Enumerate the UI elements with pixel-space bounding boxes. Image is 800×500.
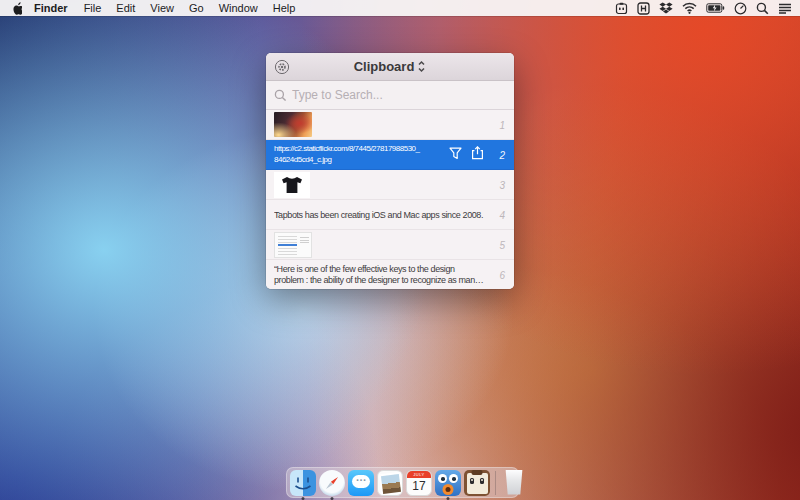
clipboard-item-4[interactable]: Tapbots has been creating iOS and Mac ap… [266, 200, 514, 230]
item-number: 4 [499, 209, 505, 220]
clipboard-item-3[interactable]: 3 [266, 170, 514, 200]
dock-item-messages[interactable] [348, 470, 374, 496]
dock-item-trash[interactable] [501, 470, 527, 496]
menu-item-view[interactable]: View [150, 2, 174, 14]
notification-center-icon[interactable] [778, 3, 792, 14]
menu-item-help[interactable]: Help [273, 2, 296, 14]
messages-icon [348, 470, 374, 496]
dock-item-photos[interactable] [377, 470, 403, 496]
menu-status-icons [615, 2, 792, 15]
menu-item-file[interactable]: File [84, 2, 102, 14]
trash-icon [504, 470, 525, 495]
menu-bar: Finder File Edit View Go Window Help [0, 0, 800, 16]
finder-icon [290, 470, 316, 496]
spotlight-icon[interactable] [756, 2, 769, 15]
calendar-day: 17 [407, 478, 431, 495]
wifi-icon[interactable] [682, 2, 697, 14]
apple-menu-icon[interactable] [11, 2, 22, 15]
search-icon [274, 89, 287, 102]
pastebot-icon [464, 470, 490, 496]
search-input[interactable] [292, 88, 506, 102]
item-number: 5 [499, 239, 505, 250]
tshirt-photo-thumbnail [274, 172, 310, 198]
item-number: 1 [499, 119, 505, 130]
item-number: 3 [499, 179, 505, 190]
item-number: 2 [499, 149, 505, 160]
tweetbot-icon [435, 470, 461, 496]
clipboard-text: “Here is one of the few effective keys t… [274, 264, 514, 286]
photos-icon [377, 470, 403, 496]
filter-icon[interactable] [449, 146, 462, 164]
clipboard-item-1[interactable]: 1 [266, 110, 514, 140]
dock-separator [495, 471, 496, 495]
menu-item-edit[interactable]: Edit [116, 2, 135, 14]
car-photo-thumbnail [274, 112, 312, 137]
screenshot-thumbnail [274, 232, 312, 258]
dropbox-icon[interactable] [659, 2, 673, 15]
clipboard-window: Clipboard 1 https://c2.staticflickr.com/… [266, 53, 514, 289]
dock: JULY 17 [286, 467, 519, 498]
menu-item-window[interactable]: Window [219, 2, 258, 14]
dock-item-calendar[interactable]: JULY 17 [406, 470, 432, 496]
h-app-icon[interactable] [637, 2, 650, 15]
menu-item-finder[interactable]: Finder [34, 2, 68, 14]
dock-item-safari[interactable] [319, 470, 345, 496]
clipboard-selector[interactable]: Clipboard [354, 59, 427, 74]
window-title: Clipboard [354, 59, 415, 74]
battery-charging-icon[interactable] [706, 3, 725, 13]
clock-icon[interactable] [734, 2, 747, 15]
settings-gear-button[interactable] [274, 59, 290, 75]
calendar-icon: JULY 17 [406, 470, 432, 496]
safari-icon [319, 470, 345, 496]
item-number: 6 [499, 269, 505, 280]
share-icon[interactable] [471, 146, 484, 164]
desktop-wallpaper: Finder File Edit View Go Window Help Cli… [0, 0, 800, 500]
url-text: https://c2.staticflickr.com/8/7445/27817… [274, 144, 456, 165]
calendar-month: JULY [407, 471, 431, 478]
clipboard-list: 1 https://c2.staticflickr.com/8/7445/278… [266, 110, 514, 289]
dock-item-tweetbot[interactable] [435, 470, 461, 496]
popup-chevrons-icon [417, 60, 426, 73]
clipboard-item-6[interactable]: “Here is one of the few effective keys t… [266, 260, 514, 289]
clipboard-item-2-selected[interactable]: https://c2.staticflickr.com/8/7445/27817… [266, 140, 514, 170]
search-bar[interactable] [266, 81, 514, 110]
dock-item-finder[interactable] [290, 470, 316, 496]
clipboard-item-5[interactable]: 5 [266, 230, 514, 260]
window-titlebar[interactable]: Clipboard [266, 53, 514, 81]
pastebot-menu-icon[interactable] [615, 2, 628, 15]
clipboard-text: Tapbots has been creating iOS and Mac ap… [274, 210, 514, 220]
dock-item-pastebot[interactable] [464, 470, 490, 496]
menu-item-go[interactable]: Go [189, 2, 204, 14]
